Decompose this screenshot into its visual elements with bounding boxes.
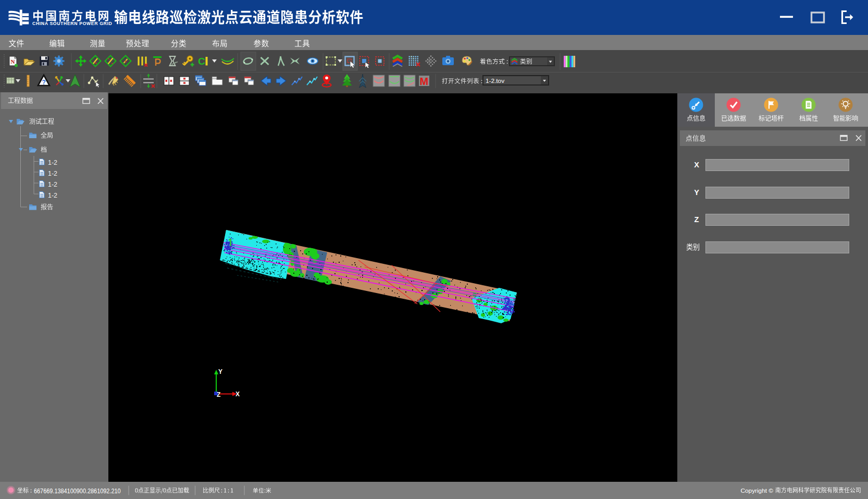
svg-text:Y: Y: [218, 368, 222, 375]
svg-text:Z: Z: [217, 391, 220, 398]
svg-text:Copyright ©: Copyright ©: [741, 487, 774, 494]
svg-text:X: X: [235, 391, 240, 398]
